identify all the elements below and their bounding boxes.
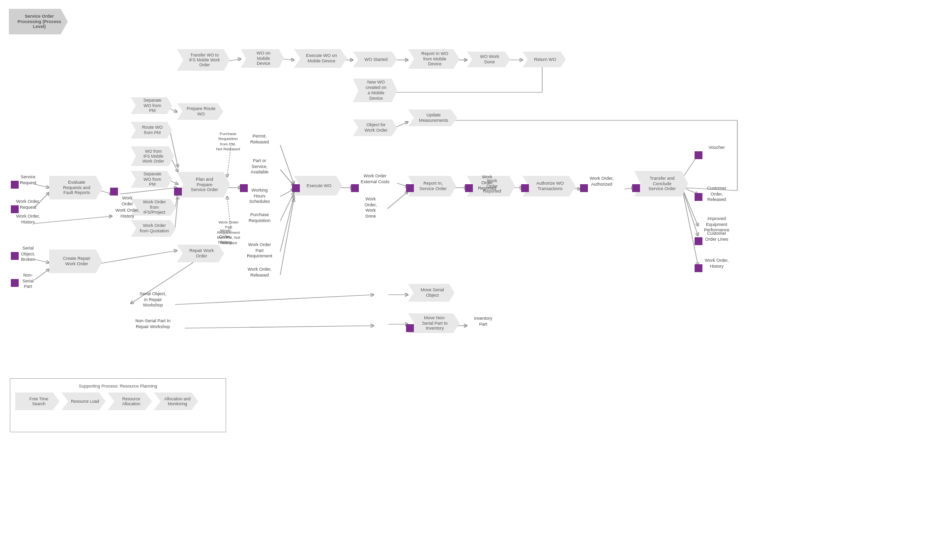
label-non-serial: Non-SerialPart — [11, 273, 45, 290]
svg-line-22 — [280, 169, 294, 186]
svg-line-9 — [170, 132, 178, 167]
label-wo-request: Work Order,Request — [11, 199, 45, 210]
wo-quotation-chevron: Work Orderfrom Quotation — [131, 220, 176, 237]
label-wo-history: Work Order,History — [110, 208, 145, 219]
allocation-monitoring: Allocation andMonitoring — [154, 392, 198, 410]
object-for-wo-chevron: Object forWork Order — [353, 119, 397, 136]
support-process-title: Supporting Process: Resource Planning — [15, 384, 221, 389]
move-serial-chevron: Move SerialObject — [408, 284, 455, 302]
authorize-wo-chevron: Authorize WOTransactions — [523, 176, 576, 196]
label-working-hours: WorkingHoursSchedules — [240, 188, 279, 205]
label-work-order: WorkOrder — [110, 196, 145, 207]
label-wo-released: Work Order,Released — [240, 267, 279, 278]
label-permit-released: Permit,Released — [240, 134, 279, 145]
label-customer-order-lines: CustomerOrder Lines — [697, 231, 736, 242]
svg-line-11 — [170, 181, 178, 184]
report-in-wo-mobile-chevron: Report In WOfrom MobileDevice — [408, 49, 460, 69]
diagram-container: Service Order Processing (Process Level)… — [0, 0, 931, 540]
wo-ifs-mobile-chevron: WO fromIFS MobileWork Order — [131, 146, 174, 166]
wo-mobile-chevron: WO onMobileDevice — [241, 49, 284, 68]
node-voucher — [695, 151, 702, 159]
node-report-in — [351, 184, 359, 192]
transfer-wo-chevron: Transfer WO toIFS Mobile WorkOrder — [177, 49, 230, 71]
repair-wo-chevron: Repair WorkOrder — [177, 245, 224, 262]
create-repair-chevron: Create RepairWork Order — [49, 250, 102, 273]
label-part-service: Part orService,Available — [240, 158, 279, 175]
resource-allocation: ResourceAllocation — [108, 392, 152, 410]
label-wo-part-req: Work OrderPartRequirement — [240, 242, 279, 259]
free-time-search: Free TimeSearch — [15, 392, 59, 410]
execute-wo-mobile-chevron: Execute WO onMobile Device — [294, 49, 347, 68]
separate-wo-pm-chevron: SeparateWO fromPM — [131, 97, 172, 114]
prepare-route-wo-chevron: Prepare RouteWO — [177, 103, 223, 120]
label-customer-order-rel: CustomerOrder,Released — [697, 186, 736, 203]
label-inventory-part: InventoryPart — [466, 316, 501, 327]
move-non-serial-chevron: Move Non-Serial Part toInventory — [408, 313, 460, 333]
label-wo-work-done: WorkOrder,WorkDone — [353, 196, 388, 220]
label-wo-authorized: Work Order,Authorized — [580, 176, 623, 187]
update-measurements-chevron: UpdateMeasurements — [408, 110, 457, 126]
resource-load: Resource Load — [61, 392, 106, 410]
node-plan-in — [174, 188, 182, 196]
svg-line-6 — [98, 251, 177, 264]
connector-arrows — [0, 0, 931, 540]
node-transfer-out — [632, 184, 640, 192]
plan-prepare-chevron: Plan andPrepareService Order — [177, 172, 230, 197]
label-serial-broken: SerialObject,Broken — [11, 246, 45, 263]
support-row: Free TimeSearch Resource Load ResourceAl… — [15, 392, 221, 410]
svg-line-7 — [120, 188, 177, 194]
label-wo-history-plan: WorkOrder,History — [210, 228, 240, 246]
label-wo-external-costs: Work OrderExternal Costs — [353, 173, 397, 185]
svg-line-30 — [387, 192, 408, 209]
route-wo-pm-chevron: Route WOfrom PM — [131, 122, 172, 139]
svg-line-21 — [280, 145, 294, 184]
label-wo-history-left: Work Order,History — [11, 214, 45, 225]
wo-started-chevron: WO Started — [353, 52, 397, 67]
separate-wo-pm2-chevron: SeparateWO fromPM — [131, 171, 172, 188]
wo-work-done-chevron: WO WorkDone — [467, 52, 510, 67]
node-report-out — [406, 184, 414, 192]
label-serial-obj-repair: Serial Object,In RepairWorkshop — [131, 291, 175, 308]
node-inventory — [406, 324, 414, 332]
support-process-box: Supporting Process: Resource Planning Fr… — [10, 378, 226, 432]
node-authorize-out — [521, 184, 529, 192]
node-work-order — [110, 188, 118, 196]
evaluate-chevron: EvaluateRequests andFault Reports — [49, 176, 102, 199]
svg-line-45 — [185, 326, 374, 328]
label-non-serial-repair: Non-Serial Part InRepair Workshop — [126, 318, 180, 330]
svg-line-8 — [170, 109, 177, 112]
label-wo-reported: WorkOrderReported — [467, 174, 507, 192]
svg-line-13 — [175, 196, 178, 228]
svg-line-44 — [175, 295, 374, 305]
svg-line-25 — [280, 196, 294, 252]
svg-line-3 — [34, 216, 112, 224]
new-wo-mobile-chevron: New WOcreated ona MobileDevice — [353, 79, 397, 102]
label-voucher: Voucher — [697, 145, 736, 151]
node-execute-out — [292, 184, 300, 192]
svg-line-38 — [683, 194, 698, 265]
execute-wo-chevron: Execute WO — [294, 176, 342, 196]
return-wo-chevron: Return WO — [523, 52, 566, 67]
label-wo-history-right: Work Order,History — [697, 258, 736, 269]
report-in-so-chevron: Report In,Service Order — [408, 176, 456, 196]
title-chevron: Service Order Processing (Process Level) — [9, 9, 68, 34]
svg-line-24 — [280, 193, 294, 221]
transfer-conclude-chevron: Transfer andConcludeService Order — [634, 171, 688, 196]
label-service-request: ServiceRequest — [11, 174, 45, 186]
svg-line-26 — [280, 199, 294, 275]
